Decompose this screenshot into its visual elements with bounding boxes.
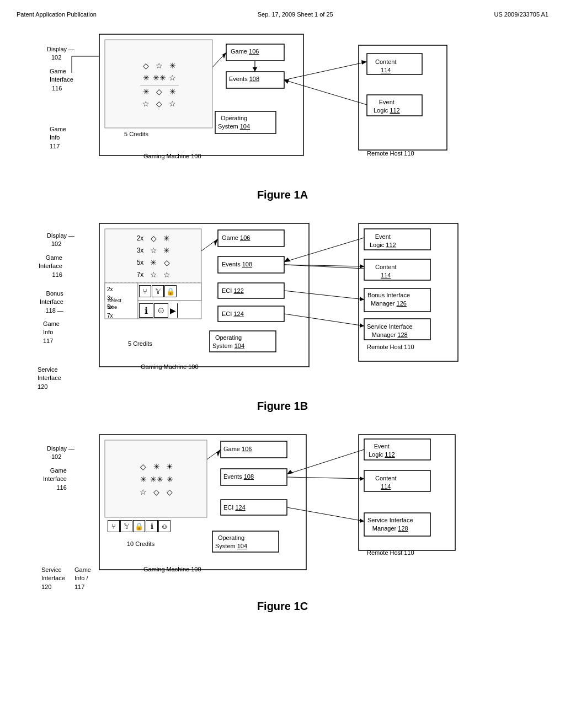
svg-marker-62	[360, 518, 364, 523]
fig1a-gaming-machine: Gaming Machine 100	[143, 153, 201, 159]
fig1b-remote-host: Remote Host 110	[367, 344, 414, 350]
svg-line-43	[284, 238, 364, 262]
fig1b-game-info-label: GameInfo117	[43, 320, 60, 345]
svg-line-61	[287, 507, 364, 521]
fig1a-os-box: OperatingSystem 104	[218, 114, 250, 131]
svg-marker-13	[222, 52, 226, 58]
svg-marker-9	[253, 67, 257, 72]
header-left: Patent Application Publication	[17, 11, 97, 18]
fig1b-service-interface-label: ServiceInterface120	[38, 366, 61, 391]
svg-line-39	[284, 314, 364, 326]
fig1b-select-one: SelectOne	[108, 298, 121, 311]
fig1c-gaming-machine: Gaming Machine 100	[143, 566, 201, 572]
figure-1a-diagram: Display —102 GameInterface116 GameInfo11…	[17, 29, 548, 183]
svg-marker-15	[361, 60, 367, 65]
icon-fork: ⑂	[139, 285, 151, 297]
fig1a-title: Figure 1A	[17, 189, 548, 201]
fig1b-content: Content114	[375, 263, 397, 280]
fig1c-game-interface-label: GameInterface116	[43, 467, 67, 492]
fig1b-gaming-machine: Gaming Machine 100	[141, 363, 199, 370]
svg-line-14	[284, 62, 367, 80]
svg-rect-53	[364, 470, 430, 491]
fig1a-display-label: Display —102	[47, 45, 74, 62]
svg-line-59	[287, 449, 364, 474]
fig1b-game-box: Game 106	[222, 234, 250, 241]
fig1c-service-mgr: Service InterfaceManager 128	[367, 516, 413, 533]
slots-display-1b: 2x ◇ ✳ 3x ☆ ✳ 5x ✳ ◇ 7x ☆ ☆	[106, 230, 201, 282]
fig1c-credits: 10 Credits	[127, 540, 154, 547]
fig1c-events-box: Events 108	[223, 473, 254, 480]
svg-marker-17	[284, 79, 289, 84]
icon-y-1c: 𝕐	[120, 520, 132, 532]
icon-smiley-1c: ☺	[158, 520, 170, 532]
icon-smiley: ☺	[154, 303, 168, 318]
fig1c-icons: ⑂ 𝕐 🔒 ℹ ☺	[108, 520, 170, 532]
svg-line-57	[287, 477, 364, 479]
fig1a-game-box: Game 106	[231, 48, 259, 55]
svg-line-37	[284, 291, 364, 299]
svg-line-34	[284, 265, 364, 266]
page: Patent Application Publication Sep. 17, …	[0, 0, 565, 728]
fig1c-display-label: Display —102	[47, 445, 74, 462]
fig1b-large-icons: ℹ ☺ ▶	[139, 303, 178, 318]
svg-marker-44	[284, 258, 291, 262]
icon-fork-1c: ⑂	[108, 520, 120, 532]
slots-display-1c: ◇ ✳ ☀ ✳ ✳✳ ✳ ☆ ◇ ◇	[106, 441, 207, 517]
figure-1b-svg	[17, 218, 565, 394]
svg-rect-1	[359, 45, 447, 150]
fig1b-title: Figure 1B	[17, 400, 548, 413]
fig1c-title: Figure 1C	[17, 600, 548, 613]
figure-1a-svg	[17, 29, 565, 183]
slots-display-1a: ◇ ☆ ✳ ✳ ✳✳ ☆ ✳ ◇ ✳ ☆ ◇ ☆	[106, 41, 212, 128]
svg-marker-35	[360, 264, 364, 269]
page-header: Patent Application Publication Sep. 17, …	[17, 11, 548, 18]
fig1b-bonus-mgr: Bonus InterfaceManager 126	[367, 291, 410, 308]
fig1c-eci124: ECI 124	[223, 504, 246, 511]
svg-marker-56	[217, 449, 221, 457]
icon-info: ℹ	[139, 303, 153, 318]
svg-marker-40	[360, 323, 364, 328]
figure-1c-svg	[17, 429, 565, 595]
fig1a-remote-host: Remote Host 110	[367, 150, 414, 157]
svg-rect-31	[364, 259, 430, 280]
icon-y: 𝕐	[152, 285, 164, 297]
fig1a-event-logic-box: EventLogic 112	[374, 98, 400, 115]
fig1a-events-box: Events 108	[229, 76, 259, 82]
fig1b-display-label: Display —102	[47, 232, 74, 249]
icon-lock: 🔒	[164, 285, 177, 297]
icon-info-1c: ℹ	[146, 520, 158, 532]
fig1c-game-info-label: GameInfo /117	[74, 566, 91, 591]
icon-lock-1c: 🔒	[133, 520, 145, 532]
svg-marker-38	[360, 297, 364, 301]
fig1a-content-box: Content114	[375, 58, 397, 75]
figure-1b-section: Display —102 GameInterface116 BonusInter…	[17, 218, 548, 413]
fig1a-game-info-label: GameInfo117	[50, 125, 66, 151]
figure-1c-diagram: Display —102 GameInterface116 ◇ ✳ ☀ ✳ ✳✳…	[17, 429, 548, 595]
svg-marker-60	[287, 470, 293, 474]
fig1a-game-interface-label: GameInterface116	[50, 67, 73, 93]
fig1c-game-box: Game 106	[223, 446, 252, 452]
fig1c-event-logic: EventLogic 112	[369, 442, 395, 459]
fig1b-os: OperatingSystem 104	[212, 334, 244, 351]
svg-marker-58	[360, 477, 364, 481]
fig1b-eci124: ECI 124	[222, 311, 244, 317]
svg-line-16	[284, 80, 367, 105]
svg-marker-42	[214, 239, 218, 246]
fig1b-service-mgr: Service InterfaceManager 128	[367, 323, 413, 340]
fig1b-credits: 5 Credits	[128, 340, 152, 347]
fig1c-os: OperatingSystem 104	[215, 534, 247, 551]
fig1b-events-box: Events 108	[222, 261, 252, 267]
fig1b-game-interface-label: GameInterface116	[39, 254, 62, 279]
svg-line-41	[201, 239, 218, 251]
figure-1a-section: Display —102 GameInterface116 GameInfo11…	[17, 29, 548, 201]
fig1c-content: Content114	[375, 474, 397, 491]
fig1a-credits: 5 Credits	[124, 131, 148, 137]
fig1c-remote-host: Remote Host 110	[367, 549, 414, 556]
svg-line-55	[207, 449, 221, 459]
fig1b-bonus-interface-label: BonusInterface118 —	[40, 290, 63, 315]
fig1b-small-icons: ⑂ 𝕐 🔒	[139, 285, 177, 297]
fig1c-service-interface-label: ServiceInterface120	[41, 566, 65, 591]
figure-1b-diagram: Display —102 GameInterface116 BonusInter…	[17, 218, 548, 394]
header-center: Sep. 17, 2009 Sheet 1 of 25	[258, 11, 333, 18]
fig1b-event-logic: EventLogic 112	[370, 233, 396, 250]
